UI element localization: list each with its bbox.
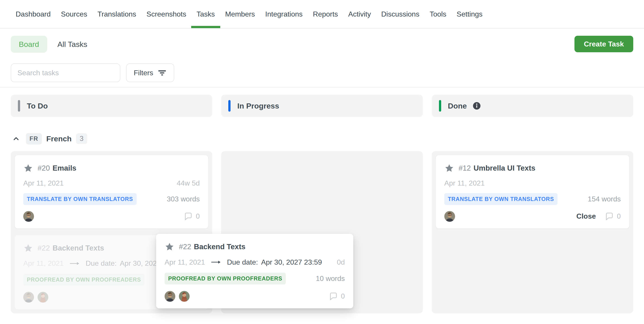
nav-settings[interactable]: Settings: [456, 0, 482, 28]
card-badge-row: TRANSLATE BY OWN TRANSLATORS 303 words: [23, 193, 200, 205]
column-title: In Progress: [237, 102, 279, 110]
assignee-avatar: [444, 211, 455, 222]
board-column-headers: To Do In Progress Done: [11, 95, 633, 117]
tab-board[interactable]: Board: [11, 36, 47, 53]
card-date-row: Apr 11, 2021: [444, 179, 621, 187]
card-badge-row: PROOFREAD BY OWN PROOFREADERS 10 words: [164, 273, 345, 285]
word-count: 10 words: [316, 274, 345, 283]
task-type-badge: TRANSLATE BY OWN TRANSLATORS: [23, 193, 137, 205]
word-count: 303 words: [167, 195, 200, 203]
assignee-avatar: [179, 291, 190, 302]
nav-tasks[interactable]: Tasks: [196, 0, 215, 28]
column-header-todo: To Do: [11, 95, 212, 117]
search-row: Filters: [11, 63, 633, 82]
task-id: #22: [179, 242, 191, 251]
task-title: Umbrella UI Texts: [474, 164, 535, 172]
comments-button[interactable]: 0: [329, 292, 345, 301]
nav-screenshots[interactable]: Screenshots: [146, 0, 186, 28]
task-created-date: Apr 11, 2021: [23, 259, 64, 268]
nav-sources[interactable]: Sources: [61, 0, 87, 28]
nav-integrations[interactable]: Integrations: [265, 0, 302, 28]
card-date-row: Apr 11, 2021 44w 5d: [23, 179, 200, 187]
task-age: 0d: [337, 258, 345, 266]
task-created-date: Apr 11, 2021: [164, 258, 205, 266]
task-type-badge: PROOFREAD BY OWN PROOFREADERS: [23, 274, 144, 286]
column-done: #12 Umbrella UI Texts Apr 11, 2021 TRANS…: [432, 151, 633, 313]
in-progress-status-bar: [228, 100, 230, 112]
column-header-done: Done: [432, 95, 633, 117]
due-date-value: Apr 30, 2027 23:59: [261, 258, 322, 266]
comment-count: 0: [341, 292, 345, 300]
task-created-date: Apr 11, 2021: [444, 179, 485, 187]
language-group-row: FR French 3: [11, 132, 633, 145]
task-count-badge: 3: [76, 133, 87, 144]
task-age: 44w 5d: [177, 179, 200, 187]
arrow-right-icon: [70, 261, 80, 266]
card-badge-row: TRANSLATE BY OWN TRANSLATORS 154 words: [444, 193, 621, 205]
card-title-row: #22 Backend Texts: [164, 242, 345, 252]
nav-members[interactable]: Members: [225, 0, 255, 28]
column-title: To Do: [27, 102, 48, 110]
star-icon[interactable]: [23, 163, 33, 173]
assignee-avatar: [164, 291, 175, 302]
task-card-backend-dragging[interactable]: #22 Backend Texts Apr 11, 2021 Due date:…: [156, 234, 353, 308]
filters-label: Filters: [134, 69, 153, 77]
chevron-up-icon[interactable]: [11, 135, 22, 143]
card-footer-row: 0: [23, 211, 200, 222]
assignee-avatar: [23, 211, 34, 222]
nav-discussions[interactable]: Discussions: [381, 0, 420, 28]
top-nav: Dashboard Sources Translations Screensho…: [0, 0, 644, 29]
due-date-label: Due date:: [86, 259, 117, 268]
nav-tools[interactable]: Tools: [430, 0, 446, 28]
nav-reports[interactable]: Reports: [313, 0, 338, 28]
task-title: Backend Texts: [52, 244, 104, 252]
star-icon[interactable]: [164, 242, 174, 252]
search-input[interactable]: [11, 63, 120, 82]
assignee-avatar: [38, 292, 48, 303]
assignee-avatar: [23, 292, 34, 303]
nav-dashboard[interactable]: Dashboard: [16, 0, 51, 28]
star-icon: [23, 243, 33, 253]
task-title: Backend Texts: [194, 242, 245, 251]
task-id: #12: [459, 164, 471, 172]
close-task-link[interactable]: Close: [576, 212, 596, 220]
arrow-right-icon: [211, 259, 221, 265]
card-footer-row: 0: [164, 291, 345, 302]
nav-activity[interactable]: Activity: [348, 0, 371, 28]
filter-icon: [158, 69, 166, 77]
nav-translations[interactable]: Translations: [98, 0, 136, 28]
card-title-row: #12 Umbrella UI Texts: [444, 163, 621, 173]
word-count: 154 words: [588, 195, 621, 203]
divider: [0, 87, 644, 88]
card-date-row: Apr 11, 2021 Due date: Apr 30, 2027 23:5…: [164, 258, 345, 266]
filters-button[interactable]: Filters: [126, 63, 174, 82]
task-card-emails[interactable]: #20 Emails Apr 11, 2021 44w 5d TRANSLATE…: [14, 155, 208, 229]
todo-status-bar: [18, 100, 20, 112]
task-id: #22: [38, 244, 50, 252]
comments-button[interactable]: 0: [184, 212, 200, 221]
info-icon[interactable]: [472, 101, 481, 110]
task-card-umbrella[interactable]: #12 Umbrella UI Texts Apr 11, 2021 TRANS…: [436, 155, 630, 229]
column-header-in-progress: In Progress: [221, 95, 422, 117]
kanban-board: #20 Emails Apr 11, 2021 44w 5d TRANSLATE…: [11, 151, 633, 313]
star-icon[interactable]: [444, 163, 454, 173]
create-task-button[interactable]: Create Task: [574, 36, 633, 52]
done-status-bar: [439, 100, 441, 112]
comments-button[interactable]: 0: [605, 212, 621, 221]
comment-count: 0: [617, 212, 621, 220]
task-id: #20: [38, 164, 50, 172]
task-created-date: Apr 11, 2021: [23, 179, 64, 187]
tab-all-tasks[interactable]: All Tasks: [58, 40, 88, 49]
comment-count: 0: [196, 212, 200, 220]
task-type-badge: TRANSLATE BY OWN TRANSLATORS: [444, 193, 558, 205]
task-type-badge: PROOFREAD BY OWN PROOFREADERS: [164, 273, 286, 285]
toolbar: Board All Tasks Create Task: [11, 36, 633, 53]
language-name: French: [46, 135, 72, 143]
column-title: Done: [448, 102, 467, 110]
card-footer-row: Close 0: [444, 211, 621, 222]
card-title-row: #20 Emails: [23, 163, 200, 173]
task-title: Emails: [52, 164, 76, 172]
due-date-label: Due date:: [227, 258, 258, 266]
language-code-badge: FR: [26, 133, 42, 145]
